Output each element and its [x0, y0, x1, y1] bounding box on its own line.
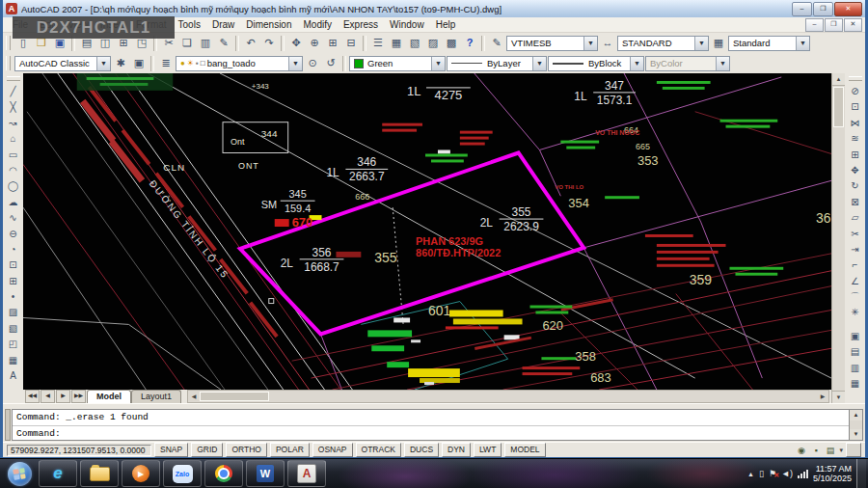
tool-palettes-icon[interactable]: ▧ — [406, 35, 423, 51]
toggle-otrack[interactable]: OTRACK — [356, 443, 401, 457]
table-style-combo[interactable]: Standard ▼ — [728, 36, 810, 51]
taskbar-file-explorer[interactable] — [80, 460, 119, 487]
toggle-snap[interactable]: SNAP — [154, 443, 188, 457]
start-button[interactable] — [3, 460, 36, 488]
scroll-up-icon[interactable]: ▲ — [850, 410, 862, 420]
show-desktop-button[interactable] — [856, 459, 866, 488]
chevron-down-icon[interactable]: ▼ — [630, 57, 643, 70]
taskbar-media-player[interactable]: ▶ — [122, 460, 160, 487]
offset-icon[interactable]: ≋ — [847, 131, 864, 147]
close-button[interactable]: ✕ — [834, 2, 862, 16]
doc-minimize-button[interactable]: – — [805, 18, 824, 32]
minimize-button[interactable]: – — [792, 2, 812, 16]
ellipse-icon[interactable]: ⊖ — [5, 227, 22, 242]
network-error-icon[interactable]: ⚑✕ — [769, 469, 776, 478]
tab-last-button[interactable]: ▶▶ — [71, 390, 86, 403]
taskbar-internet-explorer[interactable]: e — [39, 460, 77, 487]
scroll-right-icon[interactable]: ▶ — [817, 392, 828, 401]
my-workspace-icon[interactable]: ▣ — [130, 55, 148, 71]
toggle-model[interactable]: MODEL — [504, 443, 545, 457]
break-icon[interactable]: ⌐ — [847, 258, 864, 273]
volume-icon[interactable]: ◄) — [781, 469, 793, 478]
line-icon[interactable]: ╱ — [5, 84, 22, 99]
designcenter-icon[interactable]: ▦ — [388, 35, 405, 51]
command-window-grip[interactable] — [5, 409, 11, 441]
doc-close-button[interactable]: ✕ — [844, 18, 862, 32]
toolbar-lock-icon[interactable]: ▪ — [809, 446, 822, 455]
taskbar-autocad[interactable]: A — [287, 460, 326, 487]
tab-first-button[interactable]: ◀◀ — [25, 390, 40, 403]
hatch-icon[interactable]: ▨ — [5, 305, 22, 320]
toolbar-grip[interactable] — [6, 36, 11, 50]
battery-icon[interactable]: ▯ — [759, 469, 764, 478]
toggle-grid[interactable]: GRID — [191, 443, 223, 457]
coordinate-readout[interactable]: 579092.9227, 1231507.9513, 0.0000 — [7, 445, 151, 456]
scroll-down-icon[interactable]: ▼ — [850, 429, 862, 440]
doc-restore-button[interactable]: ❐ — [825, 18, 843, 32]
extend-icon[interactable]: ⇥ — [847, 242, 864, 258]
quickcalc-icon[interactable]: ▩ — [443, 35, 460, 51]
help-icon[interactable]: ? — [461, 35, 478, 51]
command-input-line[interactable]: Command: — [13, 426, 849, 441]
associated-standards-icon[interactable]: ▤ — [824, 446, 836, 455]
maximize-button[interactable]: ❐ — [813, 2, 833, 16]
pan-realtime-icon[interactable]: ✥ — [287, 35, 305, 51]
multiline-text-icon[interactable]: A — [5, 368, 22, 384]
tray-chevron-icon[interactable]: ▾ — [839, 447, 843, 454]
linetype-combo[interactable]: ByLayer ▼ — [447, 56, 547, 71]
toggle-polar[interactable]: POLAR — [270, 443, 310, 457]
scale-icon[interactable]: ⊠ — [847, 195, 864, 210]
workspace-settings-icon[interactable]: ✱ — [112, 55, 129, 71]
insert-block-icon[interactable]: ⊡ — [5, 258, 22, 273]
command-text-area[interactable]: Command: _.erase 1 found Command: — [12, 409, 849, 441]
menu-express[interactable]: Express — [338, 19, 384, 30]
lineweight-combo[interactable]: ByBlock ▼ — [548, 56, 644, 71]
dim-style-combo[interactable]: STANDARD ▼ — [617, 36, 709, 51]
menu-tools[interactable]: Tools — [173, 19, 206, 30]
scrollbar-thumb[interactable] — [200, 392, 269, 401]
workspace-combo[interactable]: AutoCAD Classic ▼ — [14, 56, 111, 71]
tab-layout1[interactable]: Layout1 — [131, 390, 181, 403]
toggle-lwt[interactable]: LWT — [474, 443, 502, 457]
menu-draw[interactable]: Draw — [206, 19, 240, 30]
trim-icon[interactable]: ✂ — [847, 227, 864, 242]
tab-model[interactable]: Model — [87, 390, 131, 403]
chevron-down-icon[interactable]: ▼ — [288, 57, 302, 70]
layer-combo[interactable]: ● ☀ ▪ □ bang_toado ▼ — [176, 56, 303, 71]
rotate-icon[interactable]: ↻ — [847, 178, 864, 194]
toggle-osnap[interactable]: OSNAP — [312, 443, 353, 457]
drawing-canvas[interactable]: +343344OntCLNONT664665666355353354359366… — [23, 73, 831, 390]
make-object-layer-current-icon[interactable]: ⊙ — [304, 55, 321, 71]
dim-style-icon[interactable]: ↔ — [599, 35, 616, 51]
taskbar-zalo[interactable]: Zalo — [163, 460, 202, 487]
draworder-send-under-icon[interactable]: ▦ — [847, 376, 864, 392]
draworder-send-to-back-icon[interactable]: ▤ — [847, 344, 864, 360]
taskbar-clock[interactable]: 11:57 AM 5/10/2025 — [813, 464, 852, 484]
toolbar-grip[interactable] — [7, 76, 20, 81]
hidden-icons-chevron[interactable]: ▲ — [747, 471, 754, 477]
redo-icon[interactable]: ↷ — [260, 35, 278, 51]
point-icon[interactable]: • — [5, 289, 22, 305]
draworder-bring-above-icon[interactable]: ▥ — [847, 361, 864, 376]
sheetset-manager-icon[interactable]: ▨ — [424, 35, 442, 51]
draworder-bring-to-front-icon[interactable]: ▣ — [847, 329, 864, 344]
chamfer-icon[interactable]: ∠ — [847, 274, 864, 289]
scroll-down-icon[interactable]: ▼ — [832, 391, 845, 403]
match-properties-icon[interactable]: ✎ — [215, 35, 232, 51]
chevron-down-icon[interactable]: ▼ — [96, 57, 110, 70]
taskbar-word[interactable]: W — [246, 460, 285, 487]
communication-center-icon[interactable]: ◉ — [795, 446, 807, 455]
erase-icon[interactable]: ⊘ — [847, 84, 864, 99]
region-icon[interactable]: ◰ — [5, 337, 22, 352]
array-icon[interactable]: ⊞ — [847, 148, 864, 163]
stretch-icon[interactable]: ▱ — [847, 210, 864, 226]
mirror-icon[interactable]: ⋈ — [847, 116, 864, 131]
color-combo[interactable]: Green ▼ — [349, 56, 446, 71]
vertical-scrollbar[interactable]: ▲ ▼ — [831, 73, 845, 403]
fillet-icon[interactable]: ⌒ — [847, 289, 864, 305]
toggle-ortho[interactable]: ORTHO — [226, 443, 267, 457]
text-style-combo[interactable]: VTIMESB ▼ — [506, 36, 598, 51]
move-icon[interactable]: ✥ — [847, 163, 864, 178]
rectangle-icon[interactable]: ▭ — [5, 148, 22, 163]
polygon-icon[interactable]: ⌂ — [5, 131, 22, 147]
